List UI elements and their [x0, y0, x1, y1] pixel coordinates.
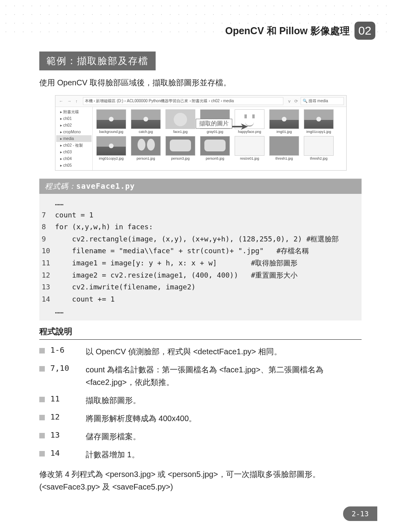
- thumbnail-caption: person3.jpg: [164, 156, 196, 160]
- code-line: 9 cv2.rectangle(image, (x,y), (x+w,y+h),…: [42, 233, 356, 245]
- code-line: 7count = 1: [42, 209, 356, 221]
- thumbnail-image: [235, 136, 264, 156]
- code-line: 11 image1 = image[y: y + h, x: x + w] #取…: [42, 257, 356, 269]
- thumbnail-caption: person1.jpg: [130, 156, 162, 160]
- tree-item: ▸ cropMono: [56, 129, 92, 135]
- thumbnail-image: [131, 109, 161, 129]
- thumbnail-caption: img01copy1.jpg: [303, 130, 335, 134]
- code-header: 程式碼：saveFace1.py: [39, 179, 362, 194]
- search-input: 🔍 搜尋 media: [301, 97, 344, 105]
- thumbnail-image: [96, 109, 126, 129]
- thumbnail-caption: thresh1.jpg: [268, 156, 300, 160]
- thumbnail-item: person5.jpg: [199, 136, 231, 160]
- explain-linenum: 1-6: [50, 345, 86, 355]
- refresh-icon: ⟳: [293, 99, 299, 104]
- tree-item: ▸ ch02: [56, 122, 92, 129]
- code-line: ……: [42, 305, 356, 317]
- explain-text: count 為檔名計數器：第一張圖檔名為 <face1.jpg>、第二張圖檔名為…: [86, 363, 362, 388]
- explain-list: 1-6以 OpenCV 偵測臉部，程式與 <detectFace1.py> 相同…: [39, 345, 362, 461]
- explain-linenum: 7,10: [50, 363, 86, 373]
- thumbnail-image: [96, 136, 126, 156]
- explain-linenum: 12: [50, 412, 86, 422]
- folder-tree: ▸ 附書光碟▸ ch01▸ ch02▸ cropMono▸ media▸ ch0…: [55, 107, 93, 170]
- code-body: ……7count = 18for (x,y,w,h) in faces:9 cv…: [39, 194, 362, 320]
- thumbnail-caption: background.jpg: [95, 130, 127, 134]
- code-line: 10 filename = "media\\face" + str(count)…: [42, 245, 356, 257]
- explain-text: 儲存圖形檔案。: [86, 430, 362, 443]
- callout-label: 擷取的圖片: [196, 119, 232, 129]
- thumbnail-image: [200, 136, 230, 156]
- tree-item: ▸ ch01: [56, 115, 92, 122]
- thumbnail-image: [269, 136, 299, 156]
- explain-text: 以 OpenCV 偵測臉部，程式與 <detectFace1.py> 相同。: [86, 345, 362, 358]
- bullet-icon: [39, 397, 45, 402]
- tree-item: ▸ ch04: [56, 155, 92, 162]
- explain-item: 7,10count 為檔名計數器：第一張圖檔名為 <face1.jpg>、第二張…: [39, 363, 362, 388]
- thumbnail-caption: face1.jpg: [164, 130, 196, 134]
- thumbnail-item: person1.jpg: [130, 136, 162, 160]
- thumbnail-item: img01copy1.jpg: [303, 109, 335, 134]
- code-line: 14 count += 1: [42, 293, 356, 306]
- explain-item: 12將圖形解析度轉成為 400x400。: [39, 412, 362, 425]
- code-line: 8for (x,y,w,h) in faces:: [42, 221, 356, 233]
- explain-title: 程式說明: [39, 320, 362, 340]
- tree-item: ▸ ch05: [56, 162, 92, 169]
- explain-linenum: 14: [50, 448, 86, 458]
- thumbnail-image: [131, 136, 161, 156]
- back-icon: ←: [58, 99, 64, 103]
- bullet-icon: [39, 451, 45, 457]
- thumbnail-image: [165, 109, 195, 129]
- thumbnail-item: thresh1.jpg: [268, 136, 300, 160]
- explain-item: 11擷取臉部圖形。: [39, 394, 362, 407]
- header-title: OpenCV 和 Pillow 影像處理: [225, 24, 350, 37]
- bullet-icon: [39, 433, 45, 438]
- thumbnail-caption: thresh2.jpg: [303, 156, 335, 160]
- thumbnail-item: person3.jpg: [164, 136, 196, 160]
- explain-linenum: 13: [50, 430, 86, 440]
- thumbnail-caption: img01.jpg: [268, 130, 300, 134]
- explain-text: 計數器增加 1。: [86, 448, 362, 461]
- explain-text: 擷取臉部圖形。: [86, 394, 362, 407]
- thumbnail-image: [304, 109, 334, 129]
- explain-item: 1-6以 OpenCV 偵測臉部，程式與 <detectFace1.py> 相同…: [39, 345, 362, 358]
- section-title: 範例：擷取臉部及存檔: [39, 52, 156, 70]
- thumbnail-grid: background.jpgcatch.jpgface1.jpggray01.j…: [93, 107, 346, 163]
- file-explorer-screenshot: ← → ↑ 本機 › 新增磁碟區 (D:) › ACL000000 Python…: [55, 95, 347, 171]
- thumbnail-caption: catch.jpg: [130, 130, 162, 134]
- thumbnail-item: face1.jpg: [164, 109, 196, 134]
- page-number: 2-13: [343, 506, 377, 521]
- section-intro: 使用 OpenCV 取得臉部區域後，擷取臉部圖形並存檔。: [39, 77, 362, 88]
- page-content: 範例：擷取臉部及存檔 使用 OpenCV 取得臉部區域後，擷取臉部圖形並存檔。 …: [0, 40, 393, 493]
- thumbnail-caption: gray01.jpg: [199, 130, 231, 134]
- arrow-icon: [232, 123, 248, 131]
- thumbnail-image: [269, 109, 299, 129]
- thumbnail-caption: img01copy2.jpg: [95, 156, 127, 160]
- up-icon: ↑: [74, 99, 79, 103]
- footnote-text: 修改第 4 列程式為 <person3.jpg> 或 <person5.jpg>…: [39, 468, 362, 493]
- dropdown-icon: v: [287, 99, 292, 103]
- tree-item: ▸ ch03: [56, 149, 92, 155]
- thumbnail-image: [165, 136, 195, 156]
- bullet-icon: [39, 348, 45, 353]
- explain-text: 將圖形解析度轉成為 400x400。: [86, 412, 362, 425]
- tree-item: ▸ ch02 - 複製: [56, 142, 92, 149]
- page-header: OpenCV 和 Pillow 影像處理 02: [0, 0, 393, 40]
- thumbnail-item: thresh2.jpg: [303, 136, 335, 160]
- breadcrumb: 本機 › 新增磁碟區 (D:) › ACL000000 Python機器學習自己…: [83, 97, 283, 105]
- thumbnail-item: background.jpg: [95, 109, 127, 134]
- explain-item: 13儲存圖形檔案。: [39, 430, 362, 443]
- thumbnail-item: img01.jpg: [268, 109, 300, 134]
- thumbnail-item: resize01.jpg: [233, 136, 266, 160]
- code-line: 12 image2 = cv2.resize(image1, (400, 400…: [42, 269, 356, 282]
- explain-item: 14計數器增加 1。: [39, 448, 362, 461]
- bullet-icon: [39, 415, 45, 420]
- forward-icon: →: [66, 99, 73, 103]
- code-line: 13 cv2.imwrite(filename, image2): [42, 281, 356, 293]
- thumbnail-caption: person5.jpg: [199, 156, 231, 160]
- thumbnail-item: img01copy2.jpg: [95, 136, 127, 160]
- thumbnail-caption: resize01.jpg: [233, 156, 266, 160]
- tree-item: ▸ 附書光碟: [56, 109, 92, 115]
- thumbnail-item: catch.jpg: [130, 109, 162, 134]
- chapter-badge: 02: [354, 22, 375, 40]
- explain-linenum: 11: [50, 394, 86, 403]
